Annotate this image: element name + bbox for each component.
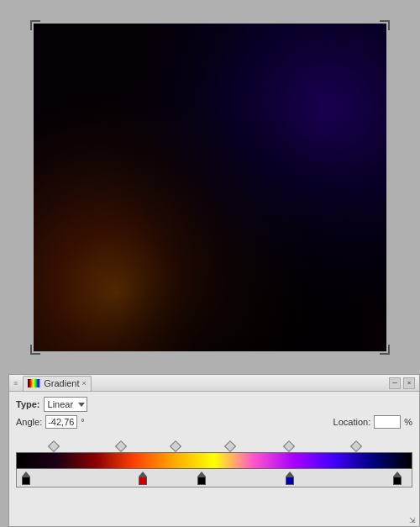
tab-close-button[interactable]: × [81,379,86,387]
type-row: Type: Linear [16,397,412,412]
panel-minimize-button[interactable]: ─ [389,377,401,389]
panel-tab-label: Gradient [44,378,79,388]
type-select[interactable]: Linear [44,397,88,412]
color-stops-bottom [16,469,412,487]
panel-grip-icon: ≡ [13,379,18,387]
angle-location-row: Angle: ° Location: % [16,415,412,429]
location-input[interactable] [374,415,401,429]
gradient-bar[interactable] [16,452,412,469]
main-canvas [34,24,386,351]
corner-bl [30,345,40,355]
location-label: Location: [333,417,371,427]
corner-tr [380,20,390,30]
color-stop-4[interactable] [286,472,294,485]
opacity-stop-2[interactable] [115,440,127,452]
canvas-wrapper [34,24,386,351]
opacity-stop-6[interactable] [350,440,362,452]
panel-content: Type: Linear Angle: ° Location: % [9,392,419,437]
color-stop-1[interactable] [22,472,30,485]
panel-controls-right: ─ × [389,377,415,389]
canvas-area [0,0,420,374]
dropdown-arrow-icon [78,403,85,407]
angle-input[interactable] [45,415,77,429]
color-stop-5[interactable] [393,472,402,485]
opacity-stop-1[interactable] [48,440,60,452]
opacity-stops-top [16,440,412,452]
angle-label: Angle: [16,417,42,427]
corner-br [380,345,390,355]
resize-icon[interactable]: ⇲ [409,516,416,524]
panel-tab[interactable]: Gradient × [23,376,91,391]
color-stop-2[interactable] [139,472,147,485]
type-label: Type: [16,399,40,409]
panel-title-left: ≡ Gradient × [13,376,92,391]
panel-titlebar: ≡ Gradient × ─ × [9,375,419,392]
corner-tl [30,20,40,30]
color-stop-3[interactable] [197,472,206,485]
gradient-preview-small [28,379,41,387]
opacity-stop-3[interactable] [170,440,181,452]
degree-symbol: ° [81,417,84,427]
percent-symbol: % [404,417,412,427]
opacity-stop-4[interactable] [224,440,236,452]
panel-close-button[interactable]: × [403,377,415,389]
gradient-panel: ≡ Gradient × ─ × Type: Linear Angle: [8,374,420,527]
type-select-text: Linear [46,399,76,409]
opacity-stop-5[interactable] [283,440,295,452]
gradient-bar-container [16,440,412,487]
